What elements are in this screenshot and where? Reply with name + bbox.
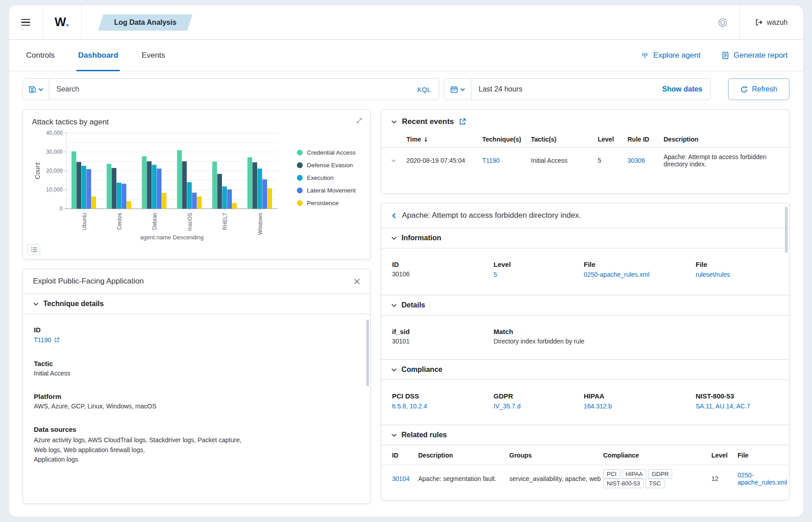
menu-icon[interactable] (9, 19, 42, 26)
refresh-label: Refresh (752, 85, 777, 93)
row-expand-icon[interactable] (391, 159, 396, 162)
related-rule-id-link[interactable]: 30104 (392, 475, 410, 482)
chevron-down-icon[interactable] (391, 433, 397, 437)
chart-bar[interactable] (253, 162, 258, 209)
chart-bar[interactable] (248, 157, 253, 209)
chevron-down-icon[interactable] (391, 303, 397, 307)
gdpr-link[interactable]: IV_35.7.d (494, 403, 521, 410)
col-groups: Groups (509, 452, 603, 459)
explore-agent-button[interactable]: Explore agent (641, 51, 701, 60)
legend-item[interactable]: Persistence (297, 200, 364, 206)
calendar-button[interactable] (444, 79, 471, 100)
related-rules-heading: Related rules (401, 431, 447, 439)
legend-list-toggle[interactable] (28, 244, 40, 255)
event-rule-id-link[interactable]: 30306 (627, 157, 645, 164)
rule-path-link[interactable]: ruleset/rules (696, 271, 730, 278)
tab-dashboard[interactable]: Dashboard (76, 40, 120, 71)
rings-icon[interactable] (706, 18, 739, 27)
chart-bar[interactable] (112, 168, 117, 209)
related-rule-file-link[interactable]: 0250-apache_rules.xml (738, 472, 787, 486)
kql-button[interactable]: KQL (409, 79, 439, 100)
chart-bar[interactable] (197, 197, 202, 209)
legend-item[interactable]: Credential Access (297, 149, 364, 156)
legend-swatch (297, 188, 303, 193)
col-id: ID (392, 452, 418, 459)
chart-bar[interactable] (232, 203, 237, 209)
saved-queries-button[interactable] (23, 79, 49, 100)
chevron-down-icon[interactable] (391, 368, 397, 372)
search-group: KQL (23, 78, 439, 100)
technique-id-link[interactable]: T1190 (34, 336, 60, 343)
chart-bar[interactable] (92, 197, 97, 209)
search-input[interactable] (49, 79, 409, 100)
chart-bar[interactable] (152, 165, 157, 209)
chart-bar[interactable] (212, 161, 217, 209)
back-icon[interactable] (391, 212, 397, 219)
tab-events[interactable]: Events (140, 40, 167, 71)
chevron-down-icon[interactable] (33, 302, 39, 306)
x-axis-title: agent.name Descending (140, 234, 204, 241)
expand-icon[interactable] (355, 117, 363, 124)
chart-bar[interactable] (258, 169, 263, 209)
chevron-down-icon[interactable] (391, 236, 397, 240)
query-bar: KQL Last 24 hours Show dates Refresh (23, 78, 789, 100)
time-range-value[interactable]: Last 24 hours (471, 85, 530, 93)
chart-bar[interactable] (122, 184, 127, 209)
chart-bar[interactable] (162, 193, 167, 209)
chart-bar[interactable] (82, 166, 87, 209)
chart-bar[interactable] (177, 150, 182, 209)
chart-bar[interactable] (263, 179, 268, 209)
rule-detail-panel: Apache: Attempt to access forbidden dire… (381, 203, 789, 500)
refresh-button[interactable]: Refresh (728, 78, 789, 100)
wazuh-logo[interactable]: W. (43, 15, 81, 29)
chart-bar[interactable] (142, 156, 147, 209)
field-label: if_sid (392, 328, 494, 335)
breadcrumb[interactable]: Log Data Analysis (98, 14, 193, 31)
chart-bar[interactable] (87, 169, 92, 209)
legend-item[interactable]: Lateral Movement (297, 187, 364, 194)
antenna-icon (641, 51, 649, 60)
show-dates-button[interactable]: Show dates (662, 85, 710, 93)
col-description: Description (664, 136, 779, 143)
chevron-down-icon[interactable] (391, 120, 397, 124)
logo-dot: . (66, 15, 69, 29)
chart-bar[interactable] (192, 192, 197, 209)
x-axis-label: Centos (116, 213, 123, 230)
col-rule-id: Rule ID (627, 136, 664, 143)
chart-bar[interactable] (117, 183, 122, 209)
chart-bar[interactable] (107, 164, 112, 209)
rule-file-link[interactable]: 0250-apache_rules.xml (584, 271, 650, 278)
nist-link[interactable]: SA.11, AU.14, AC.7 (696, 403, 750, 410)
chart-bar[interactable] (127, 201, 132, 209)
generate-report-button[interactable]: Generate report (721, 51, 788, 60)
hipaa-link[interactable]: 164.312.b (584, 403, 612, 410)
scrollbar[interactable] (366, 320, 369, 386)
chart-bar[interactable] (147, 161, 152, 209)
event-technique-link[interactable]: T1190 (482, 157, 500, 164)
close-icon[interactable] (354, 278, 360, 285)
chart-bar[interactable] (157, 169, 162, 209)
event-tactic: Initial Access (531, 157, 598, 164)
information-heading: Information (401, 234, 441, 242)
logout-button[interactable]: wazuh (740, 18, 803, 27)
chart-bar[interactable] (217, 174, 222, 209)
scrollbar[interactable] (785, 207, 788, 253)
chart-bar[interactable] (222, 186, 227, 209)
event-row[interactable]: 2020-08-19 07:45:04 T1190 Initial Access… (381, 148, 789, 173)
chart-bar[interactable] (72, 151, 77, 209)
chart-bar[interactable] (187, 182, 192, 209)
compliance-badge: HIPAA (622, 469, 646, 479)
tab-controls[interactable]: Controls (24, 40, 56, 71)
chart-bar[interactable] (227, 189, 232, 209)
related-rule-row[interactable]: 30104 Apache: segmentation fault. servic… (381, 465, 789, 492)
legend-item[interactable]: Defense Evasion (297, 162, 364, 169)
chart-bar[interactable] (268, 188, 272, 209)
legend-item[interactable]: Execution (297, 174, 364, 181)
rule-level-link[interactable]: 5 (494, 271, 497, 278)
chart-bar[interactable] (182, 161, 187, 209)
col-time[interactable]: Time (406, 136, 421, 143)
pci-dss-link[interactable]: 6.5.8, 10.2.4 (392, 403, 427, 410)
exit-icon (755, 18, 763, 26)
chart-bar[interactable] (77, 162, 82, 209)
open-in-new-icon[interactable] (459, 118, 466, 125)
